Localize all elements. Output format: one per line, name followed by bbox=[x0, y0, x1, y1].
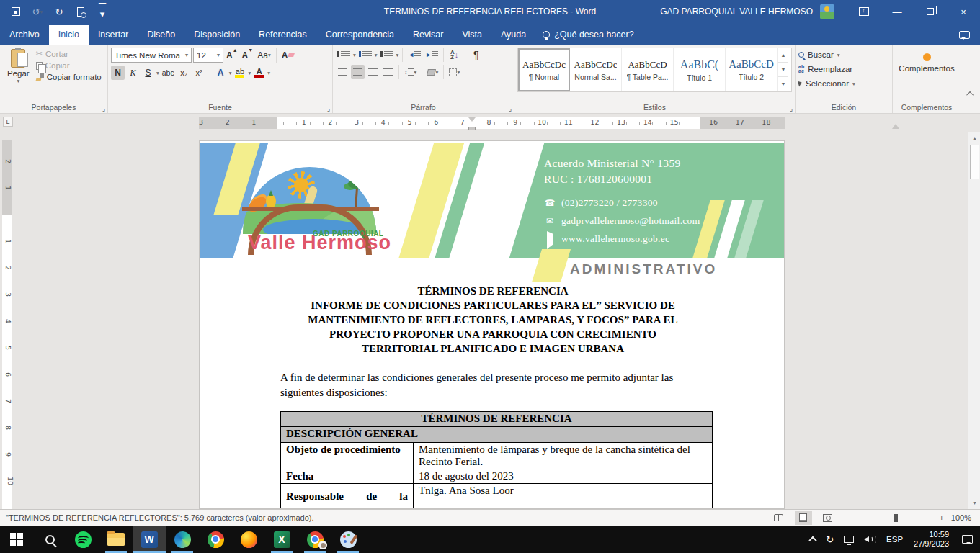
sort-button[interactable]: AZ↓ bbox=[447, 48, 461, 62]
collapse-ribbon-button[interactable] bbox=[961, 45, 980, 101]
italic-button[interactable]: K bbox=[126, 66, 140, 80]
multilevel-list-dropdown[interactable]: ▾ bbox=[396, 52, 399, 58]
tab-insertar[interactable]: Insertar bbox=[89, 25, 138, 45]
styles-more-icon[interactable]: ▼ bbox=[778, 77, 788, 91]
font-color-dropdown[interactable]: ▾ bbox=[267, 70, 270, 76]
action-center-icon[interactable] bbox=[962, 535, 973, 544]
tab-correspondencia[interactable]: Correspondencia bbox=[316, 25, 404, 45]
zoom-out-icon[interactable]: − bbox=[844, 513, 848, 522]
start-button[interactable] bbox=[0, 526, 33, 553]
cut-button[interactable]: ✂Cortar bbox=[34, 48, 104, 60]
tab-archivo[interactable]: Archivo bbox=[0, 25, 49, 45]
decrease-indent-button[interactable]: ◄ bbox=[406, 48, 422, 62]
bullet-list-button[interactable] bbox=[336, 48, 352, 62]
change-case-button[interactable]: Aa▾ bbox=[256, 48, 272, 63]
account-name[interactable]: GAD PARROQUIAL VALLE HERMOSO bbox=[660, 6, 813, 17]
tray-sync-icon[interactable]: ↻ bbox=[821, 526, 839, 553]
horizontal-ruler[interactable]: 321 123456789101112131415 161718 bbox=[199, 117, 785, 129]
taskbar-firefox[interactable] bbox=[232, 526, 265, 553]
numbered-list-button[interactable] bbox=[357, 48, 373, 62]
style-table-pa[interactable]: AaBbCcD¶ Table Pa... bbox=[622, 48, 674, 91]
close-icon[interactable]: × bbox=[947, 0, 980, 23]
speaker-icon[interactable] bbox=[859, 526, 881, 553]
copy-button[interactable]: Copiar bbox=[34, 60, 104, 71]
right-indent-marker[interactable] bbox=[892, 124, 899, 129]
grow-font-button[interactable]: A▲ bbox=[225, 48, 239, 63]
document-title[interactable]: TÉRMINOS DE REFERENCIA INFORME DE CONDIC… bbox=[280, 284, 705, 356]
shrink-font-button[interactable]: A▼ bbox=[241, 48, 255, 63]
first-line-indent-marker[interactable] bbox=[468, 117, 476, 122]
taskbar-chrome[interactable] bbox=[199, 526, 232, 553]
web-layout-icon[interactable] bbox=[819, 511, 837, 525]
scroll-down-icon[interactable]: ▼ bbox=[968, 497, 980, 509]
clock[interactable]: 10:59 27/9/2023 bbox=[908, 530, 955, 549]
style-normal[interactable]: AaBbCcDc¶ Normal bbox=[518, 48, 570, 91]
minimize-icon[interactable]: — bbox=[881, 0, 914, 23]
text-effects-dropdown[interactable]: ▾ bbox=[229, 70, 232, 76]
reference-table[interactable]: TÉRMINOS DE REFERENCIA DESCRIPCIÓN GENER… bbox=[280, 411, 713, 509]
increase-indent-button[interactable]: ► bbox=[424, 48, 440, 62]
text-effects-button[interactable]: A bbox=[214, 66, 228, 80]
network-icon[interactable] bbox=[839, 526, 859, 553]
taskbar-explorer[interactable] bbox=[99, 526, 133, 553]
scroll-up-icon[interactable]: ▲ bbox=[968, 132, 980, 144]
taskbar-search[interactable] bbox=[33, 526, 66, 553]
clear-format-button[interactable]: A bbox=[280, 48, 296, 63]
font-size-select[interactable]: 12▾ bbox=[193, 48, 223, 63]
align-right-button[interactable] bbox=[366, 65, 380, 79]
style-titulo-1[interactable]: AaBbC(Título 1 bbox=[674, 48, 726, 91]
zoom-in-icon[interactable]: + bbox=[939, 513, 943, 522]
clipboard-launcher-icon[interactable]: ⌟ bbox=[102, 107, 105, 111]
language-indicator[interactable]: ESP bbox=[881, 526, 908, 553]
bullet-list-dropdown[interactable]: ▾ bbox=[353, 52, 356, 58]
style-normal-sa[interactable]: AaBbCcDcNormal Sa... bbox=[570, 48, 622, 91]
select-button[interactable]: Seleccionar▾ bbox=[798, 76, 889, 91]
font-color-button[interactable]: A bbox=[252, 66, 266, 80]
account-avatar[interactable] bbox=[820, 4, 834, 19]
taskbar-paint[interactable] bbox=[331, 526, 365, 553]
customize-qat-icon[interactable]: ▔▾ bbox=[97, 6, 108, 17]
tab-inicio[interactable]: Inicio bbox=[49, 25, 89, 45]
align-left-button[interactable] bbox=[336, 65, 349, 79]
print-preview-icon[interactable] bbox=[75, 6, 86, 17]
borders-button[interactable]: ▾ bbox=[447, 65, 461, 79]
numbered-list-dropdown[interactable]: ▾ bbox=[375, 52, 378, 58]
redo-icon[interactable]: ↻ bbox=[53, 6, 65, 17]
undo-icon[interactable]: ↺▾ bbox=[32, 6, 43, 17]
tab-vista[interactable]: Vista bbox=[453, 25, 491, 45]
tab-disposicion[interactable]: Disposición bbox=[184, 25, 249, 45]
show-marks-button[interactable]: ¶ bbox=[469, 48, 483, 62]
font-family-select[interactable]: Times New Roma▾ bbox=[111, 48, 192, 63]
tell-me-box[interactable]: ¿Qué desea hacer? bbox=[535, 25, 641, 45]
multilevel-list-button[interactable] bbox=[379, 48, 395, 62]
zoom-slider-thumb[interactable] bbox=[894, 514, 898, 522]
addins-button[interactable]: Complementos bbox=[896, 48, 958, 74]
paste-button[interactable]: Pegar▾ bbox=[3, 48, 34, 86]
taskbar-spotify[interactable] bbox=[66, 526, 99, 553]
save-icon[interactable] bbox=[10, 6, 22, 17]
styles-scroll-down-icon[interactable]: ▼ bbox=[778, 63, 788, 77]
superscript-button[interactable]: x² bbox=[192, 66, 206, 80]
status-message[interactable]: "TERMINOS DE REFERENCIA REFLECTORES": 5,… bbox=[0, 513, 314, 522]
print-layout-icon[interactable] bbox=[795, 511, 812, 525]
zoom-level[interactable]: 100% bbox=[951, 513, 971, 522]
subscript-button[interactable]: x₂ bbox=[177, 66, 191, 80]
taskbar-word[interactable]: W bbox=[133, 526, 166, 553]
align-center-button[interactable] bbox=[351, 65, 365, 79]
font-launcher-icon[interactable]: ⌟ bbox=[327, 107, 330, 111]
tab-selector[interactable]: L bbox=[3, 117, 13, 127]
vertical-scrollbar[interactable]: ▲ ▼ bbox=[968, 132, 980, 509]
left-indent-marker[interactable] bbox=[468, 127, 476, 130]
bold-button[interactable]: N bbox=[111, 66, 125, 80]
taskbar-edge[interactable] bbox=[166, 526, 199, 553]
replace-button[interactable]: abacReemplazar bbox=[798, 62, 889, 76]
read-mode-icon[interactable] bbox=[770, 511, 788, 525]
restore-icon[interactable] bbox=[914, 0, 947, 23]
highlight-dropdown[interactable]: ▾ bbox=[248, 70, 251, 76]
justify-button[interactable] bbox=[381, 65, 395, 79]
style-titulo-2[interactable]: AaBbCcDTítulo 2 bbox=[726, 48, 778, 91]
shading-button[interactable]: ▾ bbox=[426, 65, 440, 79]
styles-launcher-icon[interactable]: ⌟ bbox=[790, 107, 793, 111]
scrollbar-thumb[interactable] bbox=[970, 145, 979, 179]
tab-referencias[interactable]: Referencias bbox=[249, 25, 316, 45]
